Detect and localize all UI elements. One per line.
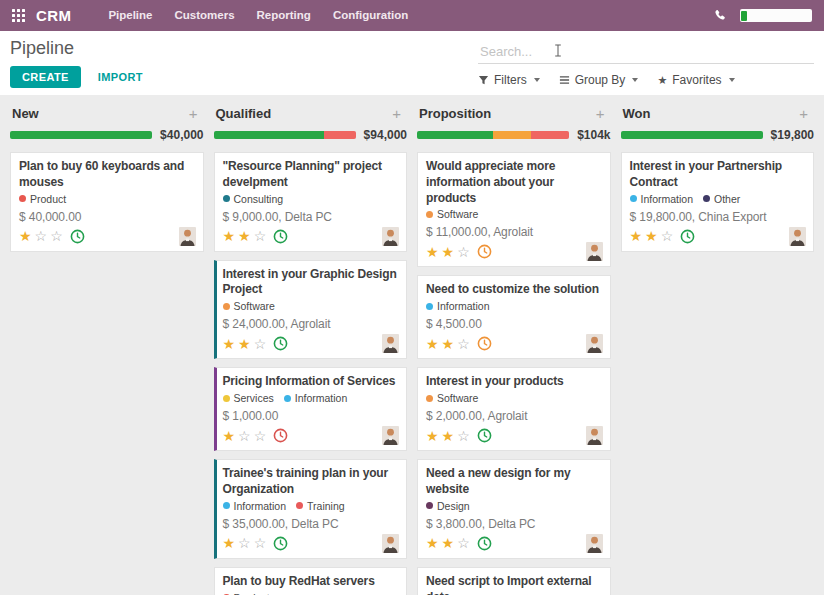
salesperson-avatar[interactable] (789, 227, 806, 246)
kanban-card[interactable]: Need script to Import external dataServi… (417, 567, 611, 595)
activity-clock-icon[interactable] (477, 428, 492, 443)
activity-clock-icon[interactable] (273, 336, 288, 351)
phone-icon[interactable] (714, 9, 727, 22)
kanban-card[interactable]: Would appreciate more information about … (417, 152, 611, 267)
filters-button[interactable]: Filters (478, 73, 540, 87)
salesperson-avatar[interactable] (382, 334, 399, 353)
add-record-button[interactable]: + (592, 106, 609, 121)
star-icon[interactable]: ☆ (254, 536, 267, 550)
card-priority-stars[interactable]: ★☆☆ (223, 429, 267, 443)
kanban-card[interactable]: Pricing Information of ServicesServicesI… (214, 367, 408, 451)
column-progressbar[interactable] (214, 131, 356, 139)
kanban-card[interactable]: "Resource Planning" project develpmentCo… (214, 152, 408, 252)
activity-clock-icon[interactable] (477, 336, 492, 351)
star-icon[interactable]: ☆ (254, 337, 267, 351)
search-input[interactable] (478, 41, 814, 63)
kanban-card[interactable]: Interest in your Partnership ContractInf… (621, 152, 815, 252)
card-priority-stars[interactable]: ★★☆ (426, 536, 470, 550)
star-icon[interactable]: ☆ (35, 229, 48, 243)
nav-item-pipeline[interactable]: Pipeline (97, 0, 163, 31)
star-icon[interactable]: ★ (19, 229, 32, 243)
kanban-card[interactable]: Interest in your productsSoftware$ 2,000… (417, 367, 611, 451)
text-cursor-icon (554, 43, 562, 61)
group-by-button[interactable]: Group By (559, 73, 639, 87)
star-icon[interactable]: ★ (630, 229, 643, 243)
card-priority-stars[interactable]: ★★☆ (426, 245, 470, 259)
star-icon[interactable]: ☆ (238, 429, 251, 443)
app-name[interactable]: CRM (36, 7, 71, 24)
star-icon[interactable]: ★ (223, 337, 236, 351)
add-record-button[interactable]: + (388, 106, 405, 121)
star-icon[interactable]: ☆ (457, 337, 470, 351)
control-panel-left: Pipeline CREATE IMPORT (10, 38, 478, 87)
apps-menu-icon[interactable] (12, 9, 25, 22)
import-button[interactable]: IMPORT (96, 66, 145, 88)
star-icon[interactable]: ☆ (661, 229, 674, 243)
card-footer: ★★☆ (223, 334, 400, 353)
salesperson-avatar[interactable] (382, 227, 399, 246)
salesperson-avatar[interactable] (382, 534, 399, 553)
activity-clock-icon[interactable] (477, 244, 492, 259)
star-icon[interactable]: ★ (223, 229, 236, 243)
star-icon[interactable]: ☆ (457, 245, 470, 259)
salesperson-avatar[interactable] (586, 534, 603, 553)
star-icon[interactable]: ☆ (457, 429, 470, 443)
activity-clock-icon[interactable] (680, 229, 695, 244)
star-icon[interactable]: ★ (223, 429, 236, 443)
star-icon[interactable]: ★ (238, 229, 251, 243)
card-priority-stars[interactable]: ★☆☆ (19, 229, 63, 243)
kanban-card[interactable]: Trainee's training plan in your Organiza… (214, 459, 408, 559)
kanban-card[interactable]: Need to customize the solutionInformatio… (417, 275, 611, 359)
star-icon[interactable]: ☆ (457, 536, 470, 550)
tag-dot-icon (223, 303, 230, 310)
card-title: Pricing Information of Services (223, 374, 400, 390)
card-priority-stars[interactable]: ★★☆ (426, 337, 470, 351)
salesperson-avatar[interactable] (382, 426, 399, 445)
column-progressbar[interactable] (417, 131, 569, 139)
nav-item-configuration[interactable]: Configuration (322, 0, 419, 31)
salesperson-avatar[interactable] (586, 426, 603, 445)
card-priority-stars[interactable]: ★★☆ (630, 229, 674, 243)
star-icon[interactable]: ☆ (254, 429, 267, 443)
activity-clock-icon[interactable] (273, 428, 288, 443)
column-progressbar[interactable] (10, 131, 152, 139)
create-button[interactable]: CREATE (10, 66, 81, 88)
star-icon[interactable]: ★ (238, 337, 251, 351)
salesperson-avatar[interactable] (586, 242, 603, 261)
card-priority-stars[interactable]: ★★☆ (223, 229, 267, 243)
kanban-card[interactable]: Plan to buy 60 keyboards and mousesProdu… (10, 152, 204, 252)
user-menu[interactable] (740, 9, 812, 22)
nav-item-reporting[interactable]: Reporting (246, 0, 322, 31)
star-icon[interactable]: ★ (426, 429, 439, 443)
activity-clock-icon[interactable] (273, 536, 288, 551)
add-record-button[interactable]: + (185, 106, 202, 121)
star-icon[interactable]: ★ (645, 229, 658, 243)
star-icon[interactable]: ★ (426, 245, 439, 259)
card-priority-stars[interactable]: ★☆☆ (223, 536, 267, 550)
star-icon[interactable]: ☆ (238, 536, 251, 550)
kanban-card[interactable]: Need a new design for my websiteDesign$ … (417, 459, 611, 559)
activity-clock-icon[interactable] (273, 229, 288, 244)
favorites-button[interactable]: ★ Favorites (657, 73, 734, 87)
star-icon[interactable]: ★ (442, 245, 455, 259)
kanban-card[interactable]: Plan to buy RedHat serversProduct$ 25,00… (214, 567, 408, 595)
salesperson-avatar[interactable] (586, 334, 603, 353)
add-record-button[interactable]: + (795, 106, 812, 121)
star-icon[interactable]: ★ (442, 429, 455, 443)
star-icon[interactable]: ★ (426, 536, 439, 550)
star-icon[interactable]: ☆ (254, 229, 267, 243)
kanban-card[interactable]: Interest in your Graphic Design ProjectS… (214, 260, 408, 360)
column-progressbar[interactable] (621, 131, 763, 139)
activity-clock-icon[interactable] (70, 229, 85, 244)
salesperson-avatar[interactable] (179, 227, 196, 246)
star-icon[interactable]: ★ (442, 536, 455, 550)
nav-item-customers[interactable]: Customers (163, 0, 245, 31)
card-priority-stars[interactable]: ★★☆ (426, 429, 470, 443)
star-icon[interactable]: ☆ (50, 229, 63, 243)
activity-clock-icon[interactable] (477, 536, 492, 551)
card-priority-stars[interactable]: ★★☆ (223, 337, 267, 351)
star-icon[interactable]: ★ (426, 337, 439, 351)
card-title: "Resource Planning" project develpment (223, 159, 400, 191)
star-icon[interactable]: ★ (223, 536, 236, 550)
star-icon[interactable]: ★ (442, 337, 455, 351)
